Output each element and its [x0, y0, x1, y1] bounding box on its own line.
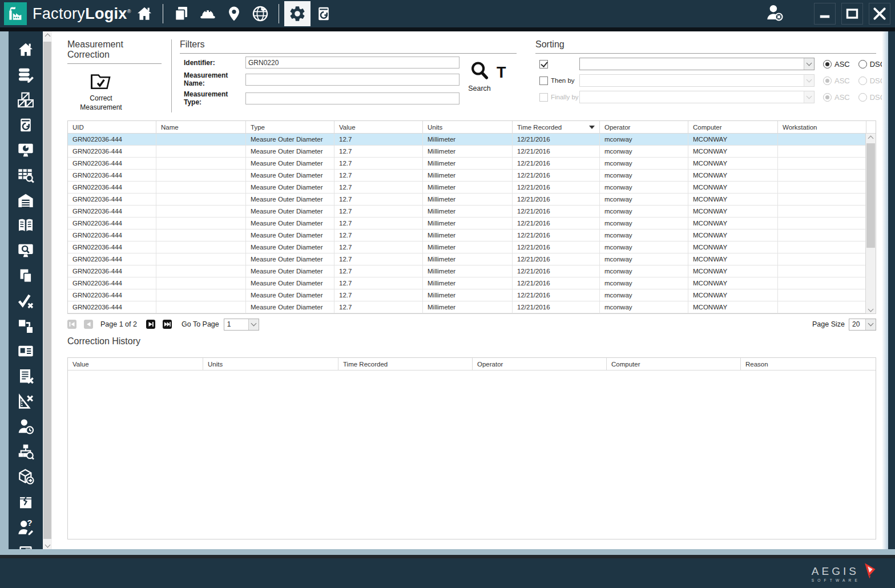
table-row[interactable]: GRN022036-444Measure Outer Diameter12.7M… [68, 229, 876, 241]
sidebar-item-monitor-search[interactable] [9, 238, 43, 263]
maximize-button[interactable] [841, 3, 863, 25]
sidebar-item-device[interactable] [9, 539, 43, 549]
column-header-type[interactable]: Type [246, 121, 334, 133]
sidebar-item-pages[interactable] [9, 263, 43, 288]
column-header-value[interactable]: Value [334, 121, 423, 133]
then-by-dsc-radio[interactable] [858, 76, 867, 85]
minimize-button[interactable] [814, 3, 836, 25]
history-column-operator[interactable]: Operator [473, 358, 607, 370]
scroll-up-icon[interactable] [866, 134, 876, 143]
primary-sort-combobox[interactable] [579, 58, 815, 70]
sidebar-item-book[interactable] [9, 213, 43, 238]
column-header-units[interactable]: Units [423, 121, 513, 133]
measurement-name-input[interactable] [245, 74, 459, 86]
then-by-combobox[interactable] [579, 74, 815, 87]
column-header-computer[interactable]: Computer [688, 121, 778, 133]
nav-history-button[interactable] [311, 1, 337, 26]
sidebar-item-dashboard[interactable] [9, 138, 43, 163]
last-page-button[interactable] [163, 320, 172, 329]
column-header-workstation[interactable]: Workstation [778, 121, 866, 133]
history-column-reason[interactable]: Reason [741, 358, 876, 370]
finally-by-combobox[interactable] [579, 91, 815, 103]
table-row[interactable]: GRN022036-444Measure Outer Diameter12.7M… [68, 182, 876, 194]
table-row[interactable]: GRN022036-444Measure Outer Diameter12.7M… [68, 301, 876, 313]
home-icon [135, 5, 154, 23]
sidebar-item-damaged-box[interactable] [9, 489, 43, 514]
table-row[interactable]: GRN022036-444Measure Outer Diameter12.7M… [68, 158, 876, 170]
primary-asc-radio[interactable] [823, 60, 832, 69]
sidebar-item-person-time[interactable] [9, 414, 43, 439]
table-row[interactable]: GRN022036-444Measure Outer Diameter12.7M… [68, 146, 876, 158]
column-header-name[interactable]: Name [156, 121, 246, 133]
scroll-up-icon[interactable] [43, 31, 52, 41]
table-row[interactable]: GRN022036-444Measure Outer Diameter12.7M… [68, 206, 876, 218]
table-row[interactable]: GRN022036-444Measure Outer Diameter12.7M… [68, 289, 876, 301]
search-button[interactable]: Search [464, 60, 495, 92]
close-button[interactable] [869, 3, 890, 25]
then-by-checkbox[interactable] [539, 76, 548, 85]
measurement-type-input[interactable] [245, 92, 459, 104]
chevron-down-icon[interactable] [804, 58, 814, 70]
sidebar-scrollbar-thumb[interactable] [43, 42, 51, 539]
history-column-computer[interactable]: Computer [607, 358, 741, 370]
next-page-button[interactable] [146, 320, 155, 329]
primary-dsc-radio[interactable] [858, 60, 867, 69]
scroll-down-icon[interactable] [43, 540, 52, 549]
sidebar-item-transfer[interactable] [9, 313, 43, 339]
nav-settings-button-selected[interactable] [284, 1, 311, 26]
finally-by-asc-radio[interactable] [823, 93, 832, 102]
column-header-operator[interactable]: Operator [600, 121, 688, 133]
correct-measurement-button[interactable]: Correct Measurement [67, 71, 135, 112]
nav-global-button[interactable] [247, 1, 273, 26]
sidebar-scrollbar[interactable] [43, 31, 52, 549]
sidebar-item-warehouse[interactable] [9, 188, 43, 213]
sidebar-item-table-search[interactable] [9, 163, 43, 188]
sidebar-item-list-remove[interactable] [9, 364, 43, 389]
previous-page-button[interactable] [84, 320, 93, 329]
chevron-down-icon[interactable] [248, 319, 259, 330]
finally-by-dsc-radio[interactable] [858, 93, 867, 102]
sidebar-item-verify[interactable] [9, 288, 43, 313]
text-filter-button[interactable]: T [497, 64, 506, 82]
nav-documents-button[interactable] [168, 1, 195, 26]
sidebar-item-home[interactable] [9, 37, 43, 62]
measurement-correction-panel: Measurement Correction Correct Measureme… [67, 39, 162, 112]
table-row[interactable]: GRN022036-444Measure Outer Diameter12.7M… [68, 265, 876, 277]
page-size-select[interactable]: 20 [849, 319, 876, 331]
history-column-units[interactable]: Units [203, 358, 338, 370]
then-by-asc-radio[interactable] [823, 76, 832, 85]
first-page-button[interactable] [67, 320, 76, 329]
table-row[interactable]: GRN022036-444Measure Outer Diameter12.7M… [68, 277, 876, 289]
sidebar-item-person-question[interactable]: ? [9, 514, 43, 539]
table-row[interactable]: GRN022036-444Measure Outer Diameter12.7M… [68, 218, 876, 229]
go-to-page-select[interactable]: 1 [224, 319, 259, 331]
nav-production-button[interactable] [195, 1, 221, 26]
nav-home-button[interactable] [131, 1, 158, 26]
scroll-down-icon[interactable] [866, 304, 876, 313]
chevron-down-icon[interactable] [865, 319, 876, 330]
sidebar-item-measurement-correction[interactable] [9, 389, 43, 414]
nav-tracking-button[interactable] [221, 1, 247, 26]
sidebar-item-cube-transfer[interactable] [9, 464, 43, 489]
measurement-table-scrollbar[interactable] [865, 134, 876, 313]
logout-user-button[interactable] [765, 3, 784, 25]
damaged-box-icon [17, 493, 34, 510]
table-row[interactable]: GRN022036-444Measure Outer Diameter12.7M… [68, 241, 876, 253]
column-header-uid[interactable]: UID [68, 121, 156, 133]
table-row[interactable]: GRN022036-444Measure Outer Diameter12.7M… [68, 253, 876, 265]
identifier-input[interactable] [245, 57, 459, 69]
sidebar-item-org-search[interactable] [9, 439, 43, 464]
sidebar-item-restore[interactable] [9, 112, 43, 138]
primary-sort-checkbox[interactable] [539, 60, 548, 69]
sidebar-item-data-edit[interactable] [9, 62, 43, 87]
measurement-scrollbar-thumb[interactable] [866, 143, 875, 248]
table-row[interactable]: GRN022036-444Measure Outer Diameter12.7M… [68, 134, 876, 146]
column-header-time-recorded[interactable]: Time Recorded [513, 121, 600, 133]
finally-by-checkbox[interactable] [539, 93, 548, 102]
history-column-time-recorded[interactable]: Time Recorded [338, 358, 473, 370]
sidebar-item-id-card[interactable] [9, 339, 43, 364]
table-row[interactable]: GRN022036-444Measure Outer Diameter12.7M… [68, 170, 876, 182]
history-column-value[interactable]: Value [68, 358, 203, 370]
table-row[interactable]: GRN022036-444Measure Outer Diameter12.7M… [68, 194, 876, 206]
sidebar-item-crates[interactable] [9, 87, 43, 112]
